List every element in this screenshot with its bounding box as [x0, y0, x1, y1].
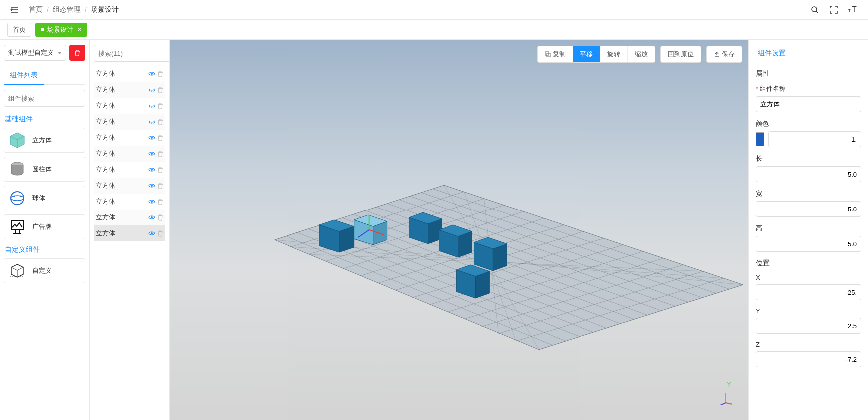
svg-text:т: т: [848, 8, 851, 13]
eye-icon[interactable]: [148, 183, 155, 189]
left-tab-components[interactable]: 组件列表: [4, 67, 44, 85]
comp-cube[interactable]: 立方体: [4, 128, 85, 153]
trash-icon[interactable]: [157, 103, 163, 109]
font-size-icon[interactable]: тT: [848, 5, 858, 14]
move-button[interactable]: 平移: [573, 46, 600, 62]
prop-name-input[interactable]: [756, 96, 861, 112]
hidden-icon[interactable]: [148, 119, 155, 125]
right-tab-settings[interactable]: 组件设置: [756, 45, 788, 62]
trash-icon[interactable]: [157, 87, 163, 93]
breadcrumb-home[interactable]: 首页: [29, 5, 43, 14]
prop-height-input[interactable]: [756, 236, 861, 252]
breadcrumb: 首页 / 组态管理 / 场景设计: [29, 5, 119, 14]
hierarchy-item[interactable]: 立方体: [94, 114, 165, 130]
right-tabs: 组件设置: [756, 45, 861, 62]
eye-icon[interactable]: [148, 135, 155, 141]
svg-line-82: [726, 403, 732, 404]
save-button[interactable]: 保存: [707, 46, 742, 62]
eye-icon[interactable]: [148, 167, 155, 173]
prop-width-input[interactable]: [756, 201, 861, 217]
component-search[interactable]: [4, 90, 85, 107]
color-swatch[interactable]: [756, 132, 764, 146]
hierarchy-item[interactable]: 立方体: [94, 194, 165, 210]
left-tabs: 组件列表: [4, 67, 85, 85]
color-alpha-input[interactable]: [768, 131, 861, 147]
prop-x-row: X: [756, 274, 861, 300]
menu-toggle-icon[interactable]: [10, 5, 19, 14]
properties-panel: 组件设置 属性 *组件名称 颜色 长 宽 高 位置: [748, 40, 868, 420]
hierarchy-item[interactable]: 立方体: [94, 66, 165, 82]
eye-icon[interactable]: [148, 230, 155, 236]
prop-height-label: 高: [756, 224, 861, 233]
eye-icon[interactable]: [148, 214, 155, 220]
prop-width-row: 宽: [756, 189, 861, 217]
svg-point-8: [20, 196, 21, 197]
hierarchy-item-actions: [148, 183, 163, 189]
prop-y-row: Y: [756, 307, 861, 334]
close-icon[interactable]: ✕: [77, 26, 82, 33]
model-select-value: 测试模型自定义: [8, 48, 54, 57]
topbar-right: тT: [810, 5, 858, 14]
trash-icon[interactable]: [157, 135, 163, 141]
eye-icon[interactable]: [148, 199, 155, 205]
prop-length-input[interactable]: [756, 166, 861, 182]
model-select[interactable]: 测试模型自定义: [4, 45, 66, 61]
component-palette: 测试模型自定义 组件列表 基础组件 立方体: [0, 40, 90, 420]
trash-icon[interactable]: [157, 119, 163, 125]
hierarchy-item[interactable]: 立方体: [94, 98, 165, 114]
hierarchy-item[interactable]: 立方体: [94, 130, 165, 146]
hierarchy-item[interactable]: 立方体: [94, 82, 165, 98]
axis-y-label: Y: [727, 380, 731, 388]
comp-billboard[interactable]: 广告牌: [4, 214, 85, 239]
hierarchy-item[interactable]: 立方体: [94, 146, 165, 162]
comp-cylinder[interactable]: 圆柱体: [4, 157, 85, 182]
comp-custom[interactable]: 自定义: [4, 258, 85, 283]
prop-z-input[interactable]: [756, 351, 861, 367]
toolbar-group-save: 保存: [706, 46, 742, 63]
hierarchy-search: [94, 45, 165, 62]
eye-icon[interactable]: [148, 71, 155, 77]
hierarchy-item[interactable]: 立方体: [94, 210, 165, 225]
tab-home[interactable]: 首页: [7, 23, 31, 37]
svg-point-12: [151, 137, 153, 139]
main-area: 测试模型自定义 组件列表 基础组件 立方体: [0, 40, 868, 420]
hidden-icon[interactable]: [148, 87, 155, 93]
prop-x-input[interactable]: [756, 284, 861, 300]
trash-icon[interactable]: [157, 199, 163, 205]
comp-sphere[interactable]: 球体: [4, 186, 85, 210]
trash-icon[interactable]: [157, 151, 163, 157]
breadcrumb-group[interactable]: 组态管理: [53, 5, 81, 14]
trash-icon[interactable]: [157, 230, 163, 237]
scale-button[interactable]: 缩放: [627, 46, 655, 62]
hidden-icon[interactable]: [148, 103, 155, 109]
hierarchy-item-label: 立方体: [96, 85, 115, 94]
toolbar-group-reset: 回到原位: [660, 46, 701, 63]
canvas-3d[interactable]: 复制 平移 旋转 缩放 回到原位 保存: [170, 40, 748, 420]
search-icon[interactable]: [810, 5, 819, 14]
canvas-toolbar: 复制 平移 旋转 缩放 回到原位 保存: [537, 46, 742, 63]
component-search-input[interactable]: [8, 95, 90, 102]
trash-icon[interactable]: [157, 214, 163, 221]
fullscreen-icon[interactable]: [829, 5, 838, 14]
tab-scene[interactable]: 场景设计 ✕: [35, 23, 87, 37]
hierarchy-item[interactable]: 立方体: [94, 178, 165, 194]
svg-point-17: [151, 216, 153, 218]
trash-icon[interactable]: [157, 71, 163, 77]
trash-icon[interactable]: [157, 183, 163, 189]
hierarchy-item-label: 立方体: [96, 181, 115, 190]
delete-model-button[interactable]: [69, 45, 85, 61]
eye-icon[interactable]: [148, 151, 155, 157]
rotate-button[interactable]: 旋转: [600, 46, 627, 62]
topbar: 首页 / 组态管理 / 场景设计 тT: [0, 0, 868, 20]
prop-y-input[interactable]: [756, 318, 861, 334]
section-basic: 基础组件: [4, 113, 85, 128]
copy-button[interactable]: 复制: [538, 46, 573, 62]
hierarchy-item[interactable]: 立方体: [94, 162, 165, 178]
hierarchy-item[interactable]: 立方体: [94, 225, 165, 241]
tabbar: 首页 场景设计 ✕: [0, 20, 868, 40]
hierarchy-item-label: 立方体: [96, 133, 115, 142]
trash-icon[interactable]: [157, 167, 163, 173]
prop-color-row: 颜色: [756, 119, 861, 147]
hierarchy-search-input[interactable]: [94, 45, 170, 62]
reset-button[interactable]: 回到原位: [661, 46, 701, 62]
